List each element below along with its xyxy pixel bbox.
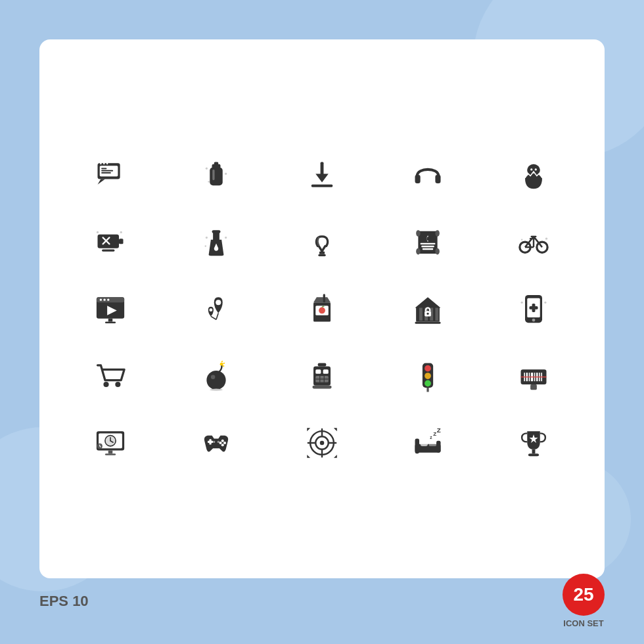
svg-rect-3 (102, 168, 107, 169)
icon-chick-egg (511, 152, 557, 198)
svg-rect-38 (318, 254, 325, 256)
svg-point-88 (520, 302, 522, 304)
icon-liquid-bottle (193, 219, 239, 265)
svg-rect-5 (102, 172, 112, 173)
svg-rect-19 (415, 175, 420, 183)
svg-rect-10 (212, 164, 221, 169)
svg-point-22 (530, 168, 532, 170)
svg-point-42 (416, 248, 421, 255)
svg-point-138 (221, 440, 224, 442)
svg-point-113 (425, 380, 431, 387)
svg-rect-26 (119, 239, 124, 244)
svg-marker-1 (98, 179, 105, 185)
svg-rect-11 (214, 162, 219, 165)
svg-rect-37 (319, 252, 325, 254)
eps-info: EPS 10 (39, 593, 89, 610)
icon-dropper-download (299, 152, 345, 198)
svg-point-90 (104, 382, 109, 387)
svg-text:Z: Z (433, 431, 436, 437)
svg-point-7 (103, 163, 104, 164)
svg-point-36 (205, 245, 206, 246)
svg-point-8 (106, 163, 108, 164)
icon-lantern-robot (299, 353, 345, 399)
icon-gas-cylinder (193, 152, 239, 198)
svg-text:z: z (430, 435, 432, 440)
icon-cart-add (87, 353, 133, 399)
svg-point-81 (426, 313, 428, 315)
icon-grid-card: z Z Z (39, 39, 605, 578)
svg-point-91 (116, 382, 121, 387)
svg-point-31 (120, 231, 122, 233)
svg-rect-124 (530, 384, 537, 390)
svg-point-13 (206, 168, 208, 170)
svg-rect-12 (213, 170, 215, 180)
svg-rect-46 (421, 246, 434, 247)
svg-rect-93 (107, 374, 114, 376)
svg-rect-128 (108, 450, 113, 453)
svg-point-143 (218, 441, 219, 443)
svg-point-142 (213, 441, 215, 443)
icon-bomb (193, 353, 239, 399)
icon-set-badge: 25 ICON SET (563, 574, 605, 628)
icon-bicycle (511, 219, 557, 265)
svg-point-100 (210, 389, 223, 391)
svg-point-56 (545, 238, 547, 240)
svg-rect-29 (102, 249, 115, 251)
svg-rect-71 (323, 294, 325, 302)
svg-point-89 (544, 302, 546, 304)
svg-point-111 (425, 365, 431, 372)
svg-marker-75 (415, 297, 440, 308)
icon-eid-mubarak (405, 219, 451, 265)
svg-point-15 (208, 181, 210, 182)
svg-rect-164 (528, 453, 538, 456)
svg-rect-9 (210, 168, 223, 186)
bottom-bar: EPS 10 25 ICON SET (39, 574, 605, 628)
svg-point-139 (219, 442, 222, 444)
svg-rect-101 (317, 363, 326, 367)
svg-point-61 (104, 299, 106, 301)
svg-marker-152 (334, 428, 337, 431)
svg-rect-45 (420, 243, 435, 244)
svg-point-57 (521, 239, 522, 241)
svg-point-99 (211, 375, 216, 379)
svg-point-30 (97, 231, 99, 233)
svg-point-35 (225, 237, 227, 239)
svg-rect-82 (415, 322, 440, 324)
icon-battery-delete (87, 219, 133, 265)
svg-line-96 (221, 361, 223, 362)
icon-traffic-light (405, 353, 451, 399)
svg-point-41 (435, 230, 440, 237)
icon-headphones (405, 152, 451, 198)
svg-rect-87 (529, 306, 538, 310)
svg-text:Z: Z (437, 426, 441, 434)
svg-marker-17 (315, 173, 329, 182)
svg-rect-65 (105, 322, 116, 323)
svg-point-40 (416, 230, 421, 237)
svg-point-146 (320, 441, 325, 446)
icon-thank-you-card (87, 152, 133, 198)
svg-rect-137 (210, 439, 212, 444)
svg-point-85 (532, 319, 535, 322)
svg-point-6 (101, 163, 102, 164)
svg-rect-64 (108, 319, 113, 322)
badge-number: 25 (563, 574, 605, 616)
svg-point-73 (319, 308, 325, 314)
svg-rect-104 (323, 369, 329, 374)
svg-rect-33 (212, 230, 221, 233)
icon-grid: z Z Z (66, 152, 578, 466)
svg-line-97 (223, 363, 225, 364)
svg-rect-157 (436, 441, 441, 453)
icon-video-browser (87, 286, 133, 332)
svg-line-69 (216, 313, 218, 320)
svg-marker-154 (334, 455, 337, 458)
svg-point-34 (206, 237, 208, 239)
icon-cfl-bulb (299, 219, 345, 265)
badge-label: ICON SET (563, 618, 603, 628)
icon-location-map (193, 286, 239, 332)
svg-rect-79 (435, 308, 438, 321)
svg-point-66 (216, 300, 221, 305)
svg-point-67 (210, 308, 213, 311)
icon-bank-lock (405, 286, 451, 332)
icon-trophy (511, 420, 557, 466)
svg-rect-20 (435, 175, 440, 183)
